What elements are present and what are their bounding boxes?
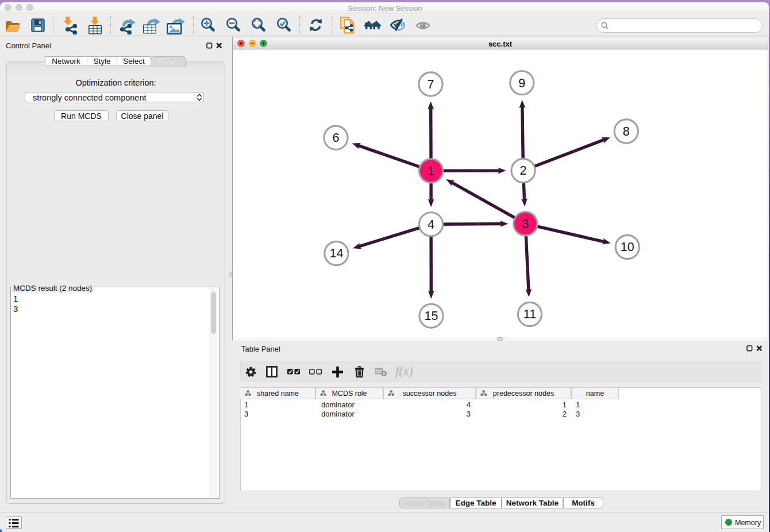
svg-text:9: 9	[518, 76, 525, 90]
svg-text:8: 8	[623, 125, 630, 138]
svg-text:10: 10	[621, 240, 634, 254]
svg-text:11: 11	[523, 307, 536, 321]
svg-text:6: 6	[333, 131, 340, 145]
svg-text:1: 1	[428, 164, 434, 178]
svg-text:3: 3	[522, 217, 529, 231]
svg-text:4: 4	[428, 218, 434, 232]
svg-text:14: 14	[329, 246, 343, 260]
svg-text:7: 7	[428, 78, 434, 91]
svg-text:2: 2	[520, 164, 527, 178]
svg-text:15: 15	[424, 309, 438, 323]
